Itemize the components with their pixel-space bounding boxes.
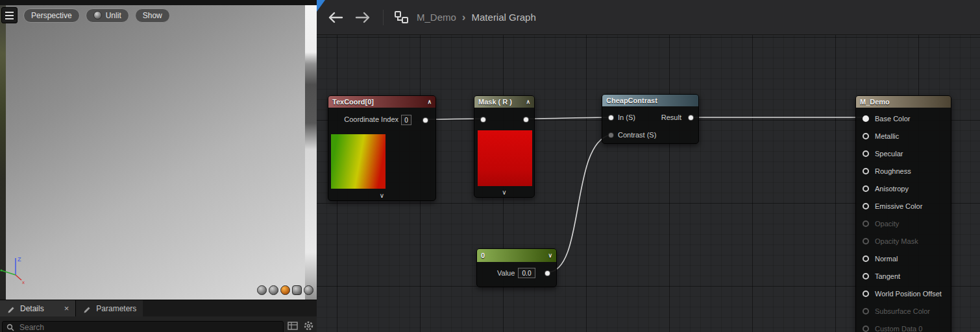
material-pin-world-position-offset[interactable]: World Position Offset — [856, 285, 951, 302]
node-material-result[interactable]: M_Demo Base Color Metallic Specular Roug… — [855, 95, 951, 332]
preview-mesh-cube-button[interactable] — [292, 285, 302, 295]
toolbar-separator — [383, 10, 384, 25]
preview-mesh-selected-sphere-button[interactable] — [280, 285, 290, 295]
mask-red-preview — [478, 130, 532, 186]
close-icon[interactable]: × — [64, 303, 69, 313]
chevron-up-icon[interactable]: ∧ — [427, 99, 432, 105]
coordinate-index-field[interactable] — [401, 115, 411, 125]
pin-icon[interactable] — [863, 150, 869, 157]
material-pin-tangent[interactable]: Tangent — [856, 267, 951, 285]
material-pin-specular[interactable]: Specular — [856, 145, 951, 162]
pin-icon[interactable] — [863, 115, 869, 122]
chevron-down-icon[interactable]: ∨ — [328, 192, 435, 200]
node-cheap-contrast-header[interactable]: CheapContrast — [602, 95, 698, 106]
gear-icon[interactable] — [303, 320, 314, 331]
contrast-in-pin[interactable] — [608, 115, 614, 121]
breadcrumb-current: Material Graph — [472, 12, 536, 23]
search-input[interactable] — [18, 322, 279, 332]
graph-toolbar: M_Demo › Material Graph — [317, 0, 980, 35]
material-pin-subsurface-color: Subsurface Color — [856, 302, 951, 320]
unlit-sphere-icon — [93, 11, 102, 19]
viewport-right-scene-edge — [305, 5, 317, 300]
details-icon — [6, 304, 16, 313]
pin-icon[interactable] — [863, 290, 869, 297]
material-pin-metallic[interactable]: Metallic — [856, 127, 951, 145]
node-mask-header[interactable]: Mask ( R ) ∧ — [474, 96, 534, 108]
coordinate-index-label: Coordinate Index — [344, 115, 398, 123]
back-arrow-icon — [327, 12, 344, 23]
node-cheap-contrast[interactable]: CheapContrast In (S) Result Contrast (S) — [602, 94, 699, 144]
search-icon — [6, 324, 14, 331]
breadcrumb-separator-icon: › — [462, 11, 466, 24]
viewport-menu-button[interactable] — [1, 7, 18, 23]
parameters-icon — [82, 304, 92, 313]
tab-details-label: Details — [20, 304, 44, 313]
node-texcoord-header[interactable]: TexCoord[0] ∧ — [328, 96, 435, 108]
forward-arrow-icon — [354, 12, 371, 23]
chevron-up-icon[interactable]: ∧ — [526, 99, 530, 105]
pin-icon[interactable] — [863, 255, 869, 262]
chevron-down-icon[interactable]: ∨ — [548, 252, 552, 259]
material-pin-custom-data-0: Custom Data 0 — [856, 320, 951, 332]
preview-mesh-cylinder-button[interactable] — [257, 285, 267, 295]
contrast-in-label: In (S) — [618, 113, 635, 121]
gizmo-x-label: x — [22, 279, 25, 285]
material-pin-normal[interactable]: Normal — [856, 250, 951, 267]
tab-parameters[interactable]: Parameters — [76, 300, 143, 316]
pin-icon[interactable] — [863, 133, 869, 139]
mask-input-pin[interactable] — [480, 117, 486, 123]
tab-details[interactable]: Details × — [0, 300, 75, 316]
back-button[interactable] — [327, 12, 344, 23]
material-graph-panel[interactable]: M_Demo › Material Graph TexCoord[0] ∧ Co… — [317, 0, 980, 332]
material-pin-anisotropy[interactable]: Anisotropy — [856, 180, 951, 197]
viewport-toolbar: Perspective Unlit Show — [1, 7, 170, 23]
material-pin-emissive-color[interactable]: Emissive Color — [856, 197, 951, 215]
pin-icon[interactable] — [863, 203, 869, 209]
node-scalar-title: 0 — [481, 252, 544, 259]
scalar-value-field[interactable] — [518, 268, 535, 278]
search-box[interactable] — [2, 321, 284, 332]
pin-icon[interactable] — [863, 273, 869, 279]
tab-parameters-label: Parameters — [96, 304, 136, 313]
breadcrumb-root[interactable]: M_Demo — [417, 12, 456, 23]
preview-mesh-custom-button[interactable] — [304, 285, 313, 295]
node-scalar-header[interactable]: 0 ∨ — [477, 249, 556, 262]
node-material-title: M_Demo — [860, 98, 947, 106]
material-pin-opacity-mask: Opacity Mask — [856, 232, 951, 250]
texcoord-output-pin[interactable] — [423, 117, 428, 123]
contrast-result-pin[interactable] — [688, 115, 694, 121]
search-row-icons — [288, 320, 314, 331]
bottom-tab-bar: Details × Parameters — [0, 300, 317, 316]
preview-mesh-selector — [257, 285, 313, 295]
wire-mask-to-contrast — [526, 117, 610, 119]
mask-output-pin[interactable] — [523, 117, 529, 123]
contrast-result-label: Result — [661, 113, 681, 121]
node-scalar-constant[interactable]: 0 ∨ Value — [476, 248, 557, 287]
show-button[interactable]: Show — [135, 8, 170, 23]
node-texcoord[interactable]: TexCoord[0] ∧ Coordinate Index ∨ — [328, 95, 436, 201]
chevron-down-icon[interactable]: ∨ — [474, 189, 534, 196]
preview-mesh-sphere-button[interactable] — [269, 285, 278, 295]
material-pin-roughness[interactable]: Roughness — [856, 162, 951, 180]
pin-icon — [863, 220, 869, 227]
pin-icon — [863, 308, 869, 314]
node-mask[interactable]: Mask ( R ) ∧ ∨ — [474, 95, 535, 198]
pin-icon[interactable] — [863, 185, 869, 192]
wire-scalar-to-contrast — [548, 135, 610, 272]
perspective-button[interactable]: Perspective — [23, 8, 80, 23]
table-view-icon[interactable] — [288, 322, 298, 331]
graph-hierarchy-icon — [394, 10, 409, 24]
pin-icon — [863, 238, 869, 244]
details-search-row — [0, 316, 317, 332]
contrast-contrast-pin[interactable] — [608, 132, 614, 138]
forward-button[interactable] — [354, 12, 371, 23]
node-material-header[interactable]: M_Demo — [856, 96, 951, 108]
material-pin-base-color[interactable]: Base Color — [856, 110, 951, 127]
node-mask-title: Mask ( R ) — [478, 98, 522, 106]
preview-viewport[interactable]: Perspective Unlit Show Z x — [0, 0, 317, 300]
view-mode-button[interactable]: Unlit — [86, 8, 129, 23]
pin-icon[interactable] — [863, 168, 869, 174]
axis-gizmo: Z x — [0, 252, 34, 288]
scalar-output-pin[interactable] — [545, 270, 550, 276]
pin-icon — [863, 326, 869, 332]
